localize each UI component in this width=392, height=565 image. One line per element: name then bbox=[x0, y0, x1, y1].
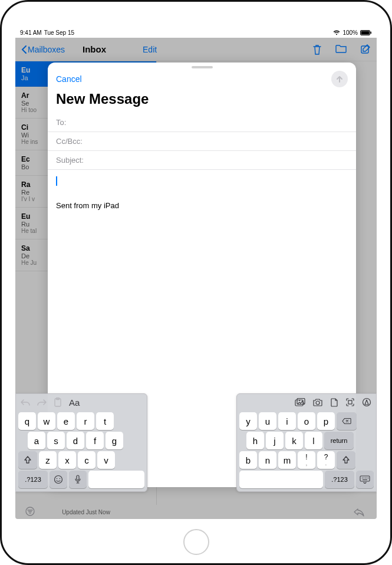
key-l[interactable]: l bbox=[305, 432, 322, 449]
scan-icon[interactable] bbox=[345, 398, 355, 407]
hide-keyboard-key[interactable] bbox=[356, 471, 374, 488]
key-m[interactable]: m bbox=[278, 451, 296, 469]
cc-bcc-input[interactable] bbox=[87, 137, 348, 146]
key-x[interactable]: x bbox=[58, 451, 76, 469]
emoji-key[interactable] bbox=[50, 471, 67, 488]
sheet-grabber[interactable] bbox=[192, 66, 213, 68]
ipad-bezel: 9:41 AM Tue Sep 15 100% bbox=[11, 11, 381, 554]
key-g[interactable]: g bbox=[106, 432, 123, 449]
attachment-icon[interactable] bbox=[330, 398, 338, 407]
to-input[interactable] bbox=[71, 118, 348, 127]
screen: 9:41 AM Tue Sep 15 100% bbox=[15, 27, 377, 519]
status-bar: 9:41 AM Tue Sep 15 100% bbox=[15, 27, 377, 38]
key-v[interactable]: v bbox=[97, 451, 115, 469]
key-n[interactable]: n bbox=[259, 451, 276, 469]
key-b[interactable]: b bbox=[239, 451, 257, 469]
battery-icon bbox=[360, 30, 372, 35]
svg-point-14 bbox=[316, 401, 319, 405]
numbers-key[interactable]: .?123 bbox=[18, 471, 48, 488]
svg-point-13 bbox=[299, 400, 300, 401]
to-field[interactable]: To: bbox=[48, 113, 356, 132]
svg-rect-15 bbox=[348, 400, 352, 404]
battery-percent: 100% bbox=[342, 29, 358, 36]
key-i[interactable]: i bbox=[278, 412, 296, 430]
subject-input[interactable] bbox=[88, 156, 348, 165]
key-u[interactable]: u bbox=[259, 412, 276, 430]
undo-icon[interactable] bbox=[21, 399, 30, 406]
key-t[interactable]: t bbox=[96, 412, 114, 430]
subject-label: Subject: bbox=[56, 156, 84, 165]
redo-icon[interactable] bbox=[37, 399, 47, 406]
arrow-up-icon bbox=[335, 74, 344, 84]
svg-point-7 bbox=[55, 476, 62, 484]
send-button[interactable] bbox=[331, 71, 348, 87]
key-question[interactable]: ?. bbox=[317, 451, 335, 469]
to-label: To: bbox=[56, 118, 66, 127]
key-w[interactable]: w bbox=[38, 412, 55, 430]
key-a[interactable]: a bbox=[28, 432, 45, 449]
svg-rect-1 bbox=[361, 31, 370, 34]
home-button[interactable] bbox=[183, 529, 209, 555]
text-cursor bbox=[56, 176, 57, 186]
key-o[interactable]: o bbox=[298, 412, 315, 430]
key-k[interactable]: k bbox=[285, 432, 303, 449]
format-button[interactable]: Aa bbox=[69, 398, 80, 408]
paste-icon[interactable] bbox=[54, 398, 62, 407]
key-y[interactable]: y bbox=[239, 412, 257, 430]
svg-rect-10 bbox=[77, 475, 79, 480]
subject-field[interactable]: Subject: bbox=[48, 151, 356, 170]
wifi-icon bbox=[333, 30, 340, 35]
shift-key-right[interactable] bbox=[337, 451, 355, 469]
key-exclaim[interactable]: !, bbox=[298, 451, 315, 469]
svg-rect-2 bbox=[371, 31, 372, 34]
cc-bcc-field[interactable]: Cc/Bcc: bbox=[48, 132, 356, 151]
status-time: 9:41 AM bbox=[20, 29, 42, 36]
key-e[interactable]: e bbox=[57, 412, 75, 430]
key-j[interactable]: j bbox=[266, 432, 284, 449]
delete-key[interactable] bbox=[337, 412, 357, 430]
key-f[interactable]: f bbox=[86, 432, 104, 449]
ipad-frame: 9:41 AM Tue Sep 15 100% bbox=[0, 0, 392, 565]
markup-icon[interactable] bbox=[362, 398, 371, 407]
signature-text: Sent from my iPad bbox=[56, 201, 348, 210]
svg-point-8 bbox=[57, 478, 58, 479]
photo-library-icon[interactable] bbox=[295, 398, 305, 406]
key-r[interactable]: r bbox=[77, 412, 94, 430]
camera-icon[interactable] bbox=[312, 398, 323, 406]
status-date: Tue Sep 15 bbox=[44, 29, 74, 36]
cancel-button[interactable]: Cancel bbox=[56, 74, 82, 84]
split-keyboard-right: y u i o p h j k l return bbox=[236, 393, 377, 492]
compose-title: New Message bbox=[48, 87, 356, 113]
keyboard-toolbar-left: Aa bbox=[16, 394, 147, 410]
key-c[interactable]: c bbox=[78, 451, 95, 469]
key-s[interactable]: s bbox=[47, 432, 65, 449]
return-key[interactable]: return bbox=[324, 432, 354, 449]
key-d[interactable]: d bbox=[67, 432, 84, 449]
split-keyboard-left: Aa q w e r t a s d f g bbox=[15, 393, 147, 492]
shift-key[interactable] bbox=[18, 451, 37, 469]
space-key-right[interactable] bbox=[239, 471, 323, 488]
dictation-key[interactable] bbox=[69, 471, 87, 488]
numbers-key-right[interactable]: .?123 bbox=[325, 471, 354, 488]
svg-point-9 bbox=[60, 478, 61, 479]
key-z[interactable]: z bbox=[39, 451, 57, 469]
space-key-left[interactable] bbox=[88, 471, 144, 488]
cc-bcc-label: Cc/Bcc: bbox=[56, 137, 83, 146]
key-h[interactable]: h bbox=[246, 432, 264, 449]
keyboard-toolbar-right bbox=[237, 394, 376, 410]
key-q[interactable]: q bbox=[18, 412, 36, 430]
key-p[interactable]: p bbox=[317, 412, 335, 430]
